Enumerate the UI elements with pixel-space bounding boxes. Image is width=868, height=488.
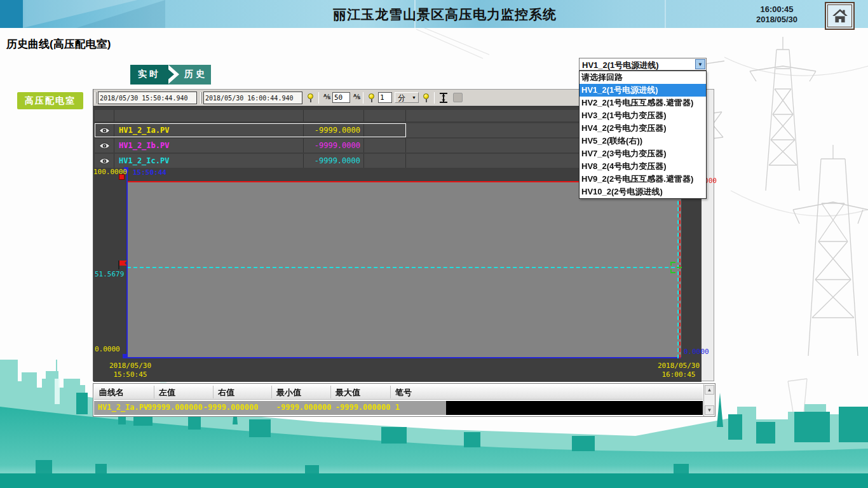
plot-area[interactable] — [127, 182, 681, 358]
circuit-select-value: HV1_2(1号电源进线) — [582, 60, 659, 71]
toolbar-separator — [434, 92, 435, 104]
col-header: 最大值 — [336, 387, 360, 398]
cursor-handle-bottom-icon[interactable] — [123, 354, 127, 358]
stats-table-header: 曲线名 左值 右值 最小值 最大值 笔号 — [94, 384, 703, 400]
fit-height-icon[interactable] — [439, 93, 448, 103]
circuit-option[interactable]: HV8_2(4号电力变压器) — [580, 160, 706, 173]
y-min-label: 0.0000 — [95, 345, 120, 353]
pen-extra-cell — [364, 123, 406, 137]
target-tick-icon — [677, 267, 682, 268]
legend-header-cell — [95, 110, 114, 121]
start-time-input[interactable] — [98, 92, 197, 104]
visibility-cell[interactable] — [95, 139, 114, 152]
x-start-time: 15:50:45 — [102, 370, 159, 379]
visibility-cell[interactable] — [95, 123, 114, 137]
mid-cursor-line — [127, 267, 681, 268]
cursor-time-label: 15:50:44 — [133, 168, 166, 177]
pen-value: -9999.0000 — [304, 139, 364, 152]
x-start-date: 2018/05/30 — [102, 362, 159, 370]
scroll-up-icon[interactable]: ▲ — [705, 385, 714, 395]
circuit-option[interactable]: HV10_2(2号电源进线) — [580, 186, 706, 198]
visibility-cell[interactable] — [95, 154, 114, 168]
eye-icon — [98, 158, 111, 165]
circuit-option[interactable]: HV5_2(联络(右)) — [580, 135, 706, 147]
circuit-option[interactable]: HV2_2(1号电压互感器.避雷器) — [580, 97, 706, 109]
toolbar-grip[interactable] — [200, 92, 202, 104]
disabled-tool-icon — [453, 93, 463, 102]
x-end-time: 16:00:45 — [650, 370, 707, 379]
clock-time: 16:00:45 — [750, 4, 804, 15]
apply-key-icon[interactable] — [423, 93, 430, 102]
mid-flag-icon[interactable] — [119, 261, 127, 266]
scroll-down-icon[interactable]: ▼ — [705, 405, 714, 415]
stat-curve-name: HV1_2_Ia.PV — [98, 403, 148, 412]
legend-header-cell — [304, 110, 364, 121]
circuit-option[interactable]: HV7_2(3号电力变压器) — [580, 147, 706, 160]
pen-name: HV1_2_Ia.PV — [115, 123, 304, 137]
page-title: 历史曲线(高压配电室) — [6, 37, 111, 51]
circuit-option[interactable]: HV4_2(2号电力变压器) — [580, 122, 706, 135]
system-title: 丽江玉龙雪山景区高压电力监控系统 — [267, 6, 623, 24]
home-button[interactable] — [825, 2, 855, 30]
tab-realtime-label: 实 时 — [130, 69, 166, 80]
right-cursor-line-cyan[interactable] — [677, 182, 679, 358]
interval-unit-select[interactable]: 分 ▼ — [395, 92, 419, 103]
eye-icon — [98, 127, 111, 134]
y-mid-label: 51.5679 — [95, 270, 124, 278]
app-root: 丽江玉龙雪山景区高压电力监控系统 16:00:45 2018/05/30 历史曲… — [0, 0, 868, 488]
x-end-date: 2018/05/30 — [650, 362, 707, 370]
trend-mode-tabs: 实 时 历 史 — [130, 65, 211, 85]
room-button[interactable]: 高压配电室 — [17, 92, 83, 109]
end-time-input[interactable] — [203, 92, 302, 104]
toolbar-separator — [318, 92, 319, 104]
stat-left-value: -99999.000000 — [143, 403, 203, 412]
circuit-dropdown-list: 请选择回路 HV1_2(1号电源进线) HV2_2(1号电压互感器.避雷器) H… — [579, 71, 707, 199]
right-min-label: 0.0000 — [684, 348, 709, 356]
tab-chevron-icon — [165, 67, 174, 82]
zoom-in-percent-icon[interactable]: ⅍ — [353, 93, 360, 100]
target-bracket-bottom-icon — [670, 269, 675, 273]
toolbar-separator — [363, 92, 363, 104]
interval-unit-label: 分 — [398, 93, 405, 102]
column-divider — [390, 386, 391, 398]
circuit-select[interactable]: HV1_2(1号电源进线) ▼ — [579, 58, 707, 71]
col-header: 笔号 — [395, 387, 412, 398]
pen-extra-cell — [364, 154, 406, 168]
home-icon — [832, 8, 848, 24]
zoom-out-percent-icon[interactable]: ⅍ — [323, 93, 330, 100]
chevron-down-icon[interactable]: ▼ — [695, 59, 705, 69]
col-header: 右值 — [218, 387, 234, 398]
stat-min-value: -9999.000000 — [276, 403, 332, 412]
col-header: 最小值 — [276, 387, 301, 398]
circuit-option[interactable]: HV9_2(2号电压互感器.避雷器) — [580, 173, 706, 186]
interval-input[interactable] — [378, 92, 392, 103]
circuit-option[interactable]: 请选择回路 — [580, 71, 706, 84]
col-header: 曲线名 — [99, 387, 124, 398]
clock-date: 2018/05/30 — [750, 15, 804, 25]
pen-value: -9999.0000 — [304, 154, 364, 168]
clock: 16:00:45 2018/05/30 — [750, 4, 804, 25]
stat-max-value: -9999.000000 — [336, 403, 391, 412]
pen-name: HV1_2_Ic.PV — [115, 154, 304, 168]
legend-header-cell — [364, 110, 406, 121]
legend-header-cell — [115, 110, 304, 121]
title-bar: 丽江玉龙雪山景区高压电力监控系统 16:00:45 2018/05/30 — [0, 0, 868, 28]
toolbar-grip[interactable] — [95, 92, 97, 104]
row-color-swatch — [446, 401, 703, 415]
query-key-icon[interactable] — [307, 93, 315, 102]
tab-history-label: 历 史 — [179, 69, 210, 80]
pen-name: HV1_2_Ib.PV — [115, 139, 304, 152]
table-scrollbar[interactable]: ▲ ▼ — [703, 384, 715, 416]
circuit-option-selected[interactable]: HV1_2(1号电源进线) — [580, 84, 706, 97]
col-header: 左值 — [159, 387, 175, 398]
column-divider — [154, 386, 154, 398]
stats-table-row[interactable]: HV1_2_Ia.PV -99999.000000 -9999.000000 -… — [94, 401, 702, 415]
chevron-down-icon: ▼ — [412, 95, 416, 100]
circuit-option[interactable]: HV3_2(1号电力变压器) — [580, 109, 706, 122]
header-seam — [665, 0, 666, 28]
zoom-percent-input[interactable] — [332, 92, 350, 103]
pen-value: -9999.0000 — [304, 123, 364, 137]
interval-key-icon[interactable] — [368, 93, 376, 102]
column-divider — [330, 386, 331, 398]
right-cursor-line-red[interactable] — [679, 182, 681, 358]
